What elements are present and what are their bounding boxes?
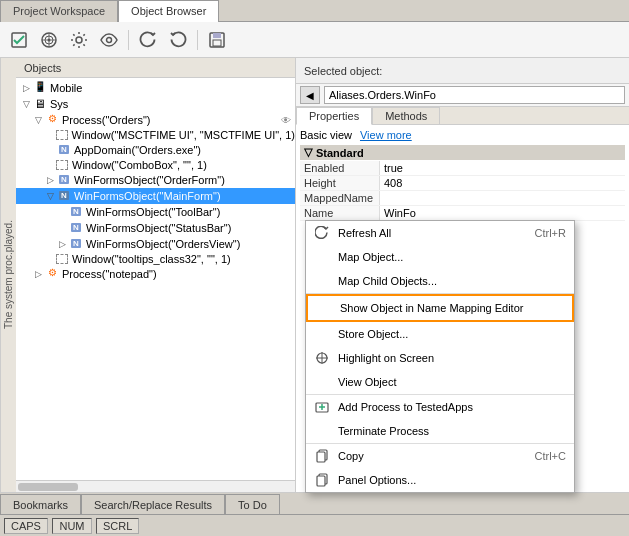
tree-arrow-mobile: ▷ xyxy=(20,83,32,93)
svg-point-6 xyxy=(76,37,82,43)
window-combobox-icon xyxy=(56,160,68,170)
ctx-item-view-object[interactable]: View Object xyxy=(306,370,574,395)
scrollbar-thumb[interactable] xyxy=(18,483,78,491)
tree-item-mobile[interactable]: ▷ 📱 Mobile xyxy=(16,80,295,96)
highlight-icon xyxy=(314,350,330,366)
prop-name-name: Name xyxy=(300,206,380,220)
toolbar-save-btn[interactable] xyxy=(203,26,231,54)
view-row: Basic view View more xyxy=(300,129,625,141)
appdomain-icon: N xyxy=(56,143,72,157)
tree-item-ordersview[interactable]: ▷ N WinFormsObject("OrdersView") xyxy=(16,236,295,252)
toolbar-sep-1 xyxy=(128,30,129,50)
ctx-item-copy[interactable]: Copy Ctrl+C xyxy=(306,444,574,468)
process-orders-icon: ⚙ xyxy=(44,113,60,127)
prop-name-mappedname: MappedName xyxy=(300,191,380,205)
mobile-icon: 📱 xyxy=(32,81,48,95)
tree-arrow-ordersview: ▷ xyxy=(56,239,68,249)
ctx-item-refresh-all[interactable]: Refresh All Ctrl+R xyxy=(306,221,574,245)
ctx-item-highlight[interactable]: Highlight on Screen xyxy=(306,346,574,370)
tab-project-workspace[interactable]: Project Workspace xyxy=(0,0,118,22)
toolbar xyxy=(0,22,629,58)
window-msctfime-icon xyxy=(56,130,68,140)
toolbar-check-btn[interactable] xyxy=(5,26,33,54)
toolbar-sep-2 xyxy=(197,30,198,50)
tree-item-winforms-orderform[interactable]: ▷ N WinFormsObject("OrderForm") xyxy=(16,172,295,188)
svg-rect-20 xyxy=(317,476,325,486)
prop-value-enabled: true xyxy=(380,161,625,175)
objects-header: Objects xyxy=(16,58,295,78)
ctx-item-map-child[interactable]: Map Child Objects... xyxy=(306,269,574,294)
tab-properties[interactable]: Properties xyxy=(296,107,372,125)
add-process-icon xyxy=(314,399,330,415)
ordersview-icon: N xyxy=(68,237,84,251)
toolbar-settings-btn[interactable] xyxy=(65,26,93,54)
section-header-standard: ▽ Standard xyxy=(300,145,625,160)
ctx-label-highlight: Highlight on Screen xyxy=(338,352,558,364)
tab-todo[interactable]: To Do xyxy=(225,494,280,514)
ctx-item-store-object[interactable]: Store Object... xyxy=(306,322,574,346)
sys-icon: 🖥 xyxy=(32,97,48,111)
ctx-label-map-object: Map Object... xyxy=(338,251,558,263)
toolbar-target-btn[interactable] xyxy=(35,26,63,54)
prop-value-name: WinFo xyxy=(380,206,625,220)
notepad-icon: ⚙ xyxy=(44,267,60,281)
svg-point-7 xyxy=(107,37,112,42)
show-object-icon xyxy=(316,300,332,316)
copy-icon xyxy=(314,448,330,464)
back-button[interactable]: ◀ xyxy=(300,86,320,104)
ctx-item-panel-options[interactable]: Panel Options... xyxy=(306,468,574,492)
selected-obj-label: Selected object: xyxy=(304,65,382,77)
prop-value-height: 408 xyxy=(380,176,625,190)
tab-search-replace[interactable]: Search/Replace Results xyxy=(81,494,225,514)
store-object-icon xyxy=(314,326,330,342)
context-menu: Refresh All Ctrl+R Map Object... Map Chi… xyxy=(305,220,575,493)
props-section-standard: ▽ Standard Enabled true Height 408 Mappe… xyxy=(300,145,625,221)
selected-obj-row: ◀ Aliases.Orders.WinFo xyxy=(296,84,629,107)
refresh-all-icon xyxy=(314,225,330,241)
toolbar-back-btn[interactable] xyxy=(164,26,192,54)
svg-rect-9 xyxy=(213,33,221,38)
tree-arrow-notepad: ▷ xyxy=(32,269,44,279)
tree-item-window-msctfime[interactable]: ▷ Window("MSCTFIME UI", "MSCTFIME UI", 1… xyxy=(16,128,295,142)
mainform-icon: N xyxy=(56,189,72,203)
svg-rect-10 xyxy=(213,40,221,46)
tree-content[interactable]: ▷ 📱 Mobile ▽ 🖥 Sys ▽ ⚙ Process("Orders")… xyxy=(16,78,295,480)
ctx-label-show-object: Show Object in Name Mapping Editor xyxy=(340,302,556,314)
status-scrl: SCRL xyxy=(96,518,139,534)
ctx-label-refresh-all: Refresh All xyxy=(338,227,527,239)
ctx-item-show-object[interactable]: Show Object in Name Mapping Editor xyxy=(306,294,574,322)
ctx-item-terminate[interactable]: Terminate Process xyxy=(306,419,574,444)
tree-item-process-notepad[interactable]: ▷ ⚙ Process("notepad") xyxy=(16,266,295,282)
ctx-item-map-object[interactable]: Map Object... xyxy=(306,245,574,269)
svg-rect-18 xyxy=(317,452,325,462)
tree-item-appdomain[interactable]: ▷ N AppDomain("Orders.exe") xyxy=(16,142,295,158)
selected-obj-input: Aliases.Orders.WinFo xyxy=(324,86,625,104)
toolbar-eye-btn[interactable] xyxy=(95,26,123,54)
tab-bookmarks[interactable]: Bookmarks xyxy=(0,494,81,514)
tree-arrow-mainform: ▽ xyxy=(44,191,56,201)
tree-item-statusbar[interactable]: ▷ N WinFormsObject("StatusBar") xyxy=(16,220,295,236)
tree-panel: Objects ▷ 📱 Mobile ▽ 🖥 Sys ▽ ⚙ Pr xyxy=(16,58,296,492)
tree-arrow-orderform: ▷ xyxy=(44,175,56,185)
props-tabs: Properties Methods xyxy=(296,107,629,125)
tree-item-process-orders[interactable]: ▽ ⚙ Process("Orders") 👁 xyxy=(16,112,295,128)
tree-item-window-combobox[interactable]: ▷ Window("ComboBox", "", 1) xyxy=(16,158,295,172)
orderform-icon: N xyxy=(56,173,72,187)
tree-item-window-tooltips[interactable]: ▷ Window("tooltips_class32", "", 1) xyxy=(16,252,295,266)
tree-scrollbar[interactable] xyxy=(16,480,295,492)
ctx-shortcut-copy: Ctrl+C xyxy=(535,450,566,462)
tree-item-sys[interactable]: ▽ 🖥 Sys xyxy=(16,96,295,112)
view-more-link[interactable]: View more xyxy=(360,129,412,141)
tab-methods[interactable]: Methods xyxy=(372,107,440,124)
prop-row-enabled: Enabled true xyxy=(300,161,625,176)
tree-item-winforms-mainform[interactable]: ▽ N WinFormsObject("MainForm") xyxy=(16,188,295,204)
selected-obj-bar: Selected object: xyxy=(296,58,629,84)
tree-item-toolbar[interactable]: ▷ N WinFormsObject("ToolBar") xyxy=(16,204,295,220)
panel-options-icon xyxy=(314,472,330,488)
ctx-label-copy: Copy xyxy=(338,450,527,462)
map-child-icon xyxy=(314,273,330,289)
ctx-item-add-process[interactable]: Add Process to TestedApps xyxy=(306,395,574,419)
toolbar-refresh-btn[interactable] xyxy=(134,26,162,54)
tab-object-browser[interactable]: Object Browser xyxy=(118,0,219,22)
ctx-label-add-process: Add Process to TestedApps xyxy=(338,401,558,413)
